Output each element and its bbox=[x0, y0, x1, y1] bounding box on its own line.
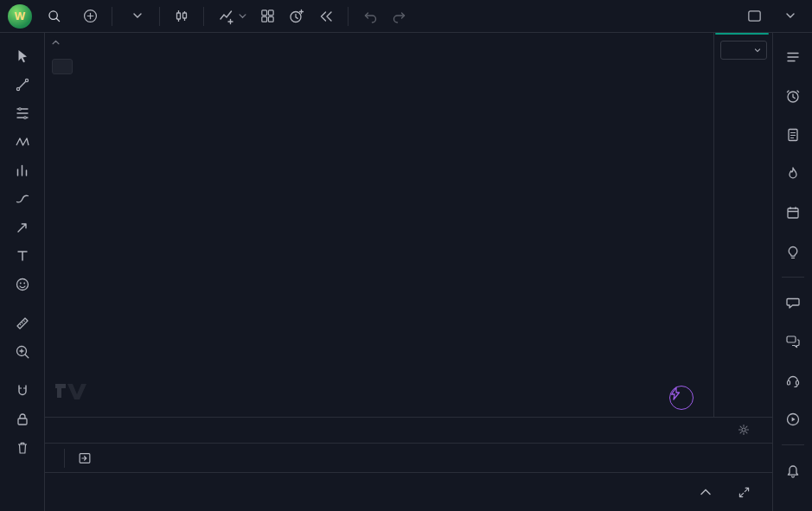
chat-cloud-icon bbox=[784, 294, 802, 311]
last-price-value bbox=[715, 33, 769, 35]
undo-icon bbox=[361, 8, 379, 25]
forecast-bars-icon bbox=[14, 162, 31, 179]
toolbar-divider bbox=[203, 7, 204, 26]
tool-ruler[interactable] bbox=[6, 309, 39, 337]
chart-region bbox=[45, 33, 772, 511]
emoji-icon bbox=[14, 276, 31, 293]
chart-legend bbox=[52, 40, 73, 74]
tool-lock-drawings[interactable] bbox=[6, 405, 39, 433]
go-to-date-button[interactable] bbox=[72, 448, 98, 469]
candlestick-icon bbox=[173, 8, 190, 25]
lightning-icon bbox=[670, 386, 681, 400]
chart-plot[interactable] bbox=[45, 33, 713, 417]
brush-curve-icon bbox=[14, 190, 31, 208]
layout-square-icon bbox=[746, 8, 763, 24]
indicators-button[interactable] bbox=[213, 3, 251, 29]
trading-app: W bbox=[0, 0, 812, 511]
sidebar-private-chats[interactable] bbox=[777, 326, 809, 357]
panel-collapse-button[interactable] bbox=[693, 479, 719, 505]
chevron-up-icon bbox=[700, 489, 711, 495]
redo-button[interactable] bbox=[387, 3, 412, 29]
sidebar-notifications[interactable] bbox=[777, 455, 809, 486]
top-toolbar: W bbox=[0, 0, 812, 33]
sidebar-journal[interactable] bbox=[777, 119, 809, 150]
chart-settings-gear-icon[interactable] bbox=[737, 423, 751, 437]
quick-actions-button[interactable] bbox=[669, 386, 694, 410]
bar-replay-button[interactable] bbox=[313, 3, 339, 29]
maximize-panel-icon bbox=[737, 485, 751, 500]
timeframe-menu-button[interactable] bbox=[125, 3, 150, 29]
candlestick-chart[interactable] bbox=[45, 33, 713, 417]
chat-bubbles-icon bbox=[784, 333, 802, 350]
collapse-legend-button[interactable] bbox=[52, 59, 73, 74]
tool-zoom-in[interactable] bbox=[6, 337, 39, 366]
drawing-toolbar bbox=[0, 33, 45, 511]
sidebar-divider bbox=[782, 444, 804, 445]
go-to-date-icon bbox=[77, 450, 93, 466]
sidebar-streams[interactable] bbox=[777, 404, 809, 435]
brand-logo: W bbox=[8, 4, 32, 29]
currency-selector[interactable] bbox=[720, 41, 767, 60]
bell-icon bbox=[784, 462, 802, 479]
pattern-icon bbox=[14, 133, 31, 150]
tool-brush[interactable] bbox=[6, 184, 39, 213]
symbol-search-button[interactable] bbox=[40, 3, 74, 29]
last-price-badge bbox=[715, 33, 769, 35]
tool-xabcd-pattern[interactable] bbox=[6, 127, 39, 156]
sidebar-watchlist[interactable] bbox=[777, 42, 809, 73]
watchlist-icon bbox=[784, 48, 802, 66]
alarm-clock-icon bbox=[784, 87, 802, 105]
sidebar-alerts[interactable] bbox=[777, 80, 809, 112]
trash-icon bbox=[14, 439, 31, 457]
indicators-icon bbox=[218, 8, 235, 25]
cursor-icon bbox=[14, 48, 31, 65]
price-scale[interactable] bbox=[713, 33, 772, 417]
tool-prediction-measure[interactable] bbox=[6, 156, 39, 184]
sidebar-chat[interactable] bbox=[777, 287, 809, 318]
undo-button[interactable] bbox=[357, 3, 383, 29]
tool-emoji[interactable] bbox=[6, 270, 39, 298]
time-axis[interactable] bbox=[45, 417, 772, 443]
tool-cursor[interactable] bbox=[6, 42, 39, 70]
calendar-icon bbox=[784, 204, 802, 221]
add-symbol-button[interactable] bbox=[77, 3, 103, 29]
bottom-panel bbox=[45, 472, 772, 511]
chevron-down-icon bbox=[133, 13, 142, 19]
toolbar-divider bbox=[348, 7, 348, 26]
create-alert-button[interactable] bbox=[284, 3, 310, 29]
logo-button[interactable]: W bbox=[7, 3, 36, 30]
lightbulb-icon bbox=[784, 243, 802, 260]
tool-remove-drawings[interactable] bbox=[6, 433, 39, 462]
sidebar-support[interactable] bbox=[777, 365, 809, 396]
toolbar-divider bbox=[112, 7, 112, 26]
play-circle-icon bbox=[784, 411, 802, 428]
layout-grid-button[interactable] bbox=[254, 3, 280, 29]
sidebar-ideas[interactable] bbox=[777, 236, 809, 267]
tool-magnet[interactable] bbox=[6, 376, 39, 405]
sidebar-hotlists[interactable] bbox=[777, 158, 809, 189]
flame-icon bbox=[784, 165, 802, 182]
layout-menu-button[interactable] bbox=[777, 3, 803, 29]
search-icon bbox=[47, 9, 61, 23]
chevron-down-icon bbox=[239, 14, 246, 19]
grid-layout-icon bbox=[259, 8, 276, 24]
layout-select-button[interactable] bbox=[741, 3, 767, 29]
widget-sidebar bbox=[772, 33, 812, 511]
replay-rewind-icon bbox=[317, 8, 335, 25]
chart-type-button[interactable] bbox=[169, 3, 195, 29]
chevron-down-icon bbox=[754, 48, 761, 53]
tool-trend-line[interactable] bbox=[6, 70, 39, 99]
toolbar-divider bbox=[159, 7, 160, 26]
tool-fib-retracement[interactable] bbox=[6, 99, 39, 127]
chevron-down-icon bbox=[786, 13, 795, 19]
journal-icon bbox=[784, 126, 802, 144]
plus-circle-icon bbox=[82, 8, 99, 24]
range-divider bbox=[64, 449, 65, 468]
tool-text[interactable] bbox=[6, 241, 39, 270]
panel-maximize-button[interactable] bbox=[731, 479, 757, 505]
range-toolbar bbox=[45, 443, 772, 472]
lock-icon bbox=[14, 411, 31, 428]
alert-clock-icon bbox=[288, 8, 305, 25]
sidebar-calendar[interactable] bbox=[777, 197, 809, 228]
tool-arrow-marker[interactable] bbox=[6, 213, 39, 241]
